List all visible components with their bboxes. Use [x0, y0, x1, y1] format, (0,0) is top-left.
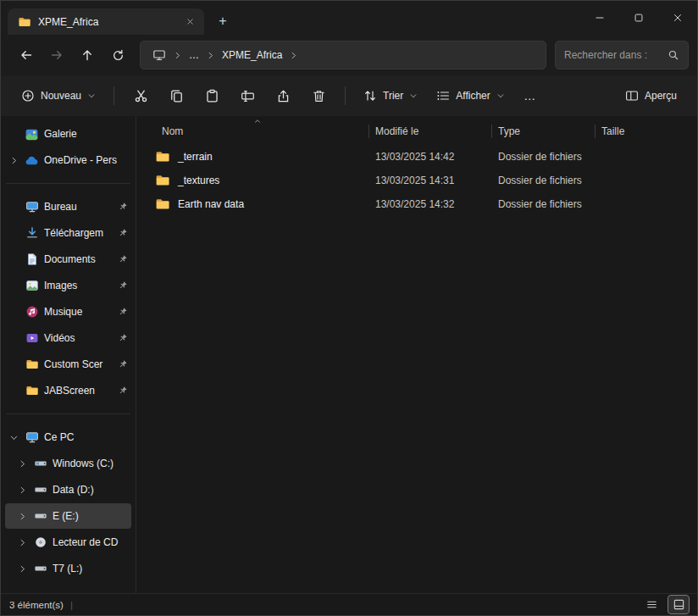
- search-input[interactable]: [564, 49, 662, 61]
- chevron-down-icon: [409, 92, 418, 100]
- status-divider: |: [70, 600, 73, 610]
- videos-icon: [25, 331, 39, 346]
- sidebar-item-custom-scenery[interactable]: Custom Scer: [5, 352, 131, 377]
- view-button-label: Afficher: [456, 90, 490, 102]
- sidebar-item-label: Custom Scer: [44, 358, 112, 370]
- sidebar-item-drive-c[interactable]: Windows (C:): [5, 451, 131, 476]
- preview-button[interactable]: Aperçu: [617, 81, 685, 110]
- sidebar-item-images[interactable]: Images: [5, 273, 131, 298]
- chevron-right-icon[interactable]: [17, 486, 28, 495]
- sidebar-item-label: JABScreen: [44, 385, 112, 397]
- search-icon: [668, 49, 679, 61]
- item-count: 3 élément(s): [9, 600, 64, 610]
- file-list-pane: Nom Modifié le Type Taille _terrain 13/0…: [136, 116, 697, 593]
- maximize-button[interactable]: [619, 1, 658, 35]
- sidebar-item-telechargements[interactable]: Téléchargem: [5, 220, 131, 246]
- address-bar[interactable]: … XPME_Africa: [140, 41, 546, 69]
- folder-icon: [155, 149, 170, 164]
- toolbar-separator: [345, 86, 346, 105]
- column-header-modified[interactable]: Modifié le: [368, 118, 491, 145]
- chevron-right-icon[interactable]: [17, 564, 28, 574]
- sidebar-item-drive-e[interactable]: E (E:): [5, 503, 131, 529]
- sidebar-item-documents[interactable]: Documents: [5, 247, 131, 272]
- breadcrumb-current-folder[interactable]: XPME_Africa: [219, 47, 285, 63]
- column-header-type[interactable]: Type: [491, 118, 595, 145]
- sidebar-item-jabscreen[interactable]: JABScreen: [5, 378, 131, 403]
- share-button[interactable]: [266, 81, 300, 110]
- sidebar-item-onedrive[interactable]: OneDrive - Pers: [5, 147, 131, 173]
- file-list-header: Nom Modifié le Type Taille: [150, 118, 697, 145]
- search-box: [555, 41, 689, 69]
- folder-icon: [155, 173, 170, 188]
- breadcrumb-overflow-button[interactable]: …: [186, 47, 202, 63]
- new-button[interactable]: Nouveau: [13, 81, 104, 110]
- explorer-tab[interactable]: XPME_Africa: [8, 8, 204, 35]
- view-button[interactable]: Afficher: [428, 81, 512, 110]
- sidebar-item-drive-d[interactable]: Data (D:): [5, 477, 131, 502]
- forward-button[interactable]: [42, 40, 72, 70]
- sort-button-label: Trier: [383, 90, 403, 102]
- sidebar-item-bureau[interactable]: Bureau: [5, 194, 131, 219]
- breadcrumb-this-pc-button[interactable]: [149, 47, 169, 64]
- documents-icon: [25, 253, 39, 267]
- rename-icon: [241, 89, 255, 103]
- status-bar: 3 élément(s) |: [1, 593, 697, 615]
- sidebar-item-label: Lecteur de CD: [53, 536, 128, 548]
- sidebar-item-cd-drive[interactable]: Lecteur de CD: [5, 530, 131, 555]
- file-row[interactable]: _terrain 13/03/2025 14:42 Dossier de fic…: [150, 145, 697, 169]
- paste-button[interactable]: [195, 81, 229, 110]
- close-button[interactable]: [658, 1, 697, 35]
- gallery-icon: [25, 127, 39, 142]
- drive-icon: [33, 509, 47, 524]
- rename-button[interactable]: [230, 81, 264, 110]
- copy-button[interactable]: [159, 81, 193, 110]
- chevron-right-icon[interactable]: [17, 512, 28, 521]
- new-button-label: Nouveau: [41, 90, 81, 102]
- sort-button[interactable]: Trier: [355, 81, 426, 110]
- tab-title: XPME_Africa: [38, 16, 174, 28]
- more-button[interactable]: …: [515, 81, 546, 110]
- command-toolbar: Nouveau Trier Afficher … Aperçu: [1, 75, 697, 116]
- sidebar-item-label: Musique: [44, 306, 112, 318]
- chevron-right-icon[interactable]: [17, 538, 28, 547]
- chevron-right-icon[interactable]: [17, 459, 28, 469]
- cut-icon: [134, 89, 148, 103]
- tab-close-button[interactable]: [180, 13, 199, 31]
- sidebar-item-galerie[interactable]: Galerie: [5, 121, 131, 147]
- titlebar: XPME_Africa +: [1, 1, 697, 35]
- file-name: _textures: [178, 175, 219, 186]
- sidebar-item-musique[interactable]: Musique: [5, 299, 131, 325]
- sidebar-item-label: Galerie: [44, 128, 128, 140]
- chevron-right-icon[interactable]: [8, 156, 19, 165]
- delete-button[interactable]: [302, 81, 335, 110]
- back-button[interactable]: [11, 40, 42, 70]
- up-button[interactable]: [72, 40, 102, 70]
- file-row[interactable]: _textures 13/03/2025 14:31 Dossier de fi…: [150, 169, 697, 192]
- pin-icon: [117, 359, 128, 370]
- column-header-name[interactable]: Nom: [150, 118, 368, 145]
- details-view-button[interactable]: [641, 596, 662, 613]
- share-icon: [276, 89, 291, 103]
- minimize-button[interactable]: [580, 1, 619, 35]
- thumbnails-view-icon: [673, 598, 685, 611]
- sidebar-item-videos[interactable]: Vidéos: [5, 325, 131, 351]
- file-row[interactable]: Earth nav data 13/03/2025 14:32 Dossier …: [150, 192, 697, 216]
- cut-button[interactable]: [124, 81, 158, 110]
- sidebar-item-label: Vidéos: [44, 332, 112, 344]
- chevron-down-icon: [496, 92, 505, 100]
- sidebar-divider: [6, 413, 130, 414]
- sidebar-item-drive-t7[interactable]: T7 (L:): [5, 556, 131, 581]
- file-name: Earth nav data: [178, 198, 244, 210]
- thumbnails-view-button[interactable]: [668, 596, 689, 613]
- sidebar-item-label: Data (D:): [53, 484, 128, 496]
- paste-icon: [205, 89, 219, 103]
- sidebar-item-ce-pc[interactable]: Ce PC: [5, 425, 131, 450]
- refresh-button[interactable]: [102, 40, 133, 70]
- sidebar-item-label: Documents: [44, 253, 112, 265]
- chevron-right-icon: [206, 51, 215, 60]
- new-tab-button[interactable]: +: [211, 10, 235, 32]
- folder-icon: [25, 384, 39, 398]
- chevron-down-icon[interactable]: [9, 432, 19, 443]
- details-view-icon: [645, 598, 658, 611]
- column-header-size[interactable]: Taille: [595, 118, 697, 145]
